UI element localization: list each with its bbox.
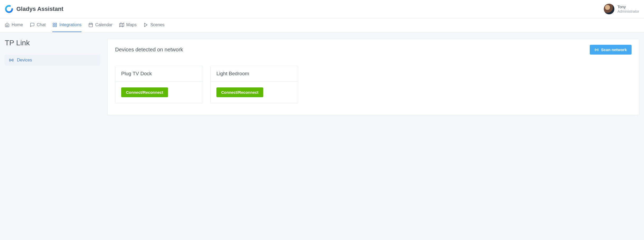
connect-button[interactable]: Connect/Reconnect <box>216 87 263 97</box>
svg-rect-5 <box>89 23 93 27</box>
nav-chat[interactable]: Chat <box>30 18 46 32</box>
svg-rect-4 <box>53 25 55 27</box>
device-name: Light Bedroom <box>211 66 298 82</box>
svg-point-0 <box>6 6 12 12</box>
svg-marker-9 <box>120 23 124 27</box>
nav-calendar[interactable]: Calendar <box>88 18 112 32</box>
home-icon <box>5 23 10 27</box>
main-title: Devices detected on network <box>115 47 183 53</box>
device-card: Plug TV Dock Connect/Reconnect <box>115 66 203 103</box>
page-title: TP Link <box>5 39 100 47</box>
avatar <box>604 4 614 14</box>
device-card: Light Bedroom Connect/Reconnect <box>210 66 298 103</box>
scan-network-button[interactable]: Scan network <box>590 45 632 55</box>
user-role: Administrator <box>618 9 639 14</box>
play-icon <box>143 23 148 27</box>
nav-integrations[interactable]: Integrations <box>52 18 81 32</box>
sidebar-item-devices[interactable]: Devices <box>5 55 100 66</box>
nav-home[interactable]: Home <box>5 18 23 32</box>
sidebar: TP Link Devices <box>5 39 100 66</box>
connect-button-label: Connect/Reconnect <box>221 90 258 95</box>
radio-icon <box>595 48 599 52</box>
nav-label: Chat <box>37 23 46 27</box>
main-panel: Devices detected on network Scan network… <box>107 39 639 115</box>
svg-rect-3 <box>55 25 57 27</box>
connect-button[interactable]: Connect/Reconnect <box>121 87 168 97</box>
svg-marker-12 <box>144 23 147 27</box>
device-name: Plug TV Dock <box>115 66 203 82</box>
main-nav: Home Chat Integrations Calendar Maps Sce… <box>0 18 644 32</box>
calendar-icon <box>88 23 93 27</box>
sidebar-item-label: Devices <box>17 58 32 63</box>
svg-rect-2 <box>55 23 57 24</box>
user-menu[interactable]: Tony Administrator <box>604 4 639 14</box>
logo-icon <box>5 5 13 13</box>
brand-title: Gladys Assistant <box>16 6 64 12</box>
nav-label: Scenes <box>150 23 164 27</box>
nav-maps[interactable]: Maps <box>119 18 137 32</box>
radio-icon <box>9 58 14 63</box>
chat-icon <box>30 23 35 27</box>
nav-label: Calendar <box>95 23 112 27</box>
nav-label: Integrations <box>59 23 81 27</box>
grid-icon <box>52 23 57 27</box>
main-header: Devices detected on network Scan network <box>108 39 639 60</box>
svg-rect-1 <box>53 23 55 24</box>
scan-button-label: Scan network <box>601 47 627 52</box>
content: TP Link Devices Devices detected on netw… <box>0 32 644 122</box>
nav-label: Home <box>12 23 23 27</box>
svg-point-13 <box>11 60 12 61</box>
device-grid: Plug TV Dock Connect/Reconnect Light Bed… <box>108 60 639 115</box>
nav-scenes[interactable]: Scenes <box>143 18 164 32</box>
svg-point-14 <box>596 49 597 50</box>
connect-button-label: Connect/Reconnect <box>126 90 163 95</box>
user-name: Tony <box>618 5 639 9</box>
header: Gladys Assistant Tony Administrator <box>0 0 644 18</box>
nav-label: Maps <box>126 23 137 27</box>
sidebar-list: Devices <box>5 55 100 66</box>
brand[interactable]: Gladys Assistant <box>5 5 64 13</box>
map-icon <box>119 23 124 27</box>
